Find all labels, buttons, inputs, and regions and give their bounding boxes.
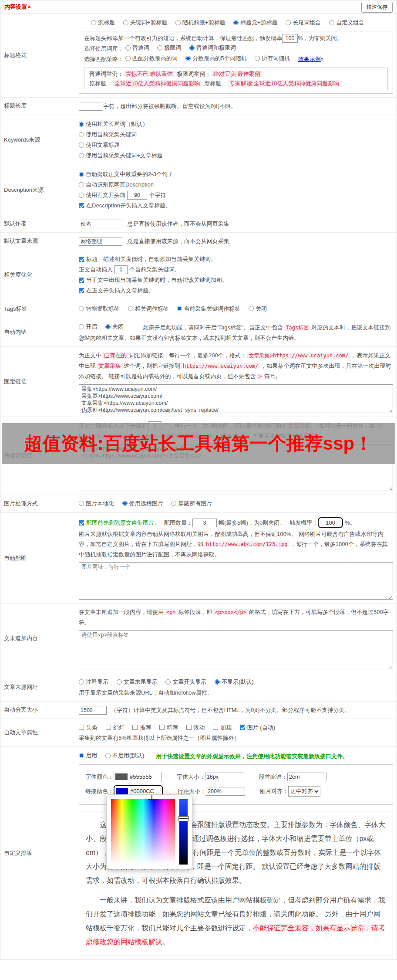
strategy-select-line: 选择匹配策略： 匹配分数最高的词 分数最高的5个词随机 所有词随机 效果示例» — [84, 54, 388, 64]
example-link[interactable]: 效果示例» — [298, 56, 324, 62]
checkbox-special-recommend[interactable]: 特荐 — [159, 722, 178, 732]
radio-comment-display[interactable]: 注释显示 — [79, 677, 108, 687]
checkbox-headline[interactable]: 头条 — [79, 722, 98, 732]
radio-localize-images[interactable]: 图片本地化 — [79, 498, 114, 509]
radio-remote-images[interactable]: 使用远程图片 — [122, 498, 163, 509]
radio-article-start-display[interactable]: 文章开头显示 — [165, 677, 206, 687]
radio-normal-and-extreme-words[interactable]: 普通词和极限词 — [189, 43, 236, 53]
image-probability-input[interactable] — [318, 517, 343, 528]
option-label: 注释显示 — [86, 677, 108, 687]
option-label: 文章末尾显示 — [124, 677, 158, 687]
radio-icon — [79, 306, 84, 311]
quick-save-button[interactable]: 快速保存 — [361, 2, 393, 13]
radio-icon — [79, 153, 84, 158]
row-append-content: 文末追加内容 在文章末尾追加一段内容，请使用<p>标签段落，即<p>xxx</p… — [0, 604, 397, 673]
option-label: 图片本地化 — [86, 498, 114, 509]
link-color-input[interactable] — [130, 788, 161, 794]
radio-article-end-display[interactable]: 文章末尾显示 — [117, 677, 158, 687]
checkbox-image-auto[interactable]: 图片 (自动) — [240, 722, 275, 732]
radio-keyword-source-title[interactable]: 关键词+源标题 — [123, 17, 168, 27]
text: 词汇添加链接，每行一个，最多200个，格式： — [129, 352, 246, 359]
radio-icon — [125, 56, 131, 61]
font-size-input[interactable] — [205, 773, 244, 781]
font-color-swatch[interactable] — [115, 773, 128, 780]
radio-layout-enable[interactable]: 启用 — [79, 750, 97, 760]
checkbox-recommend[interactable]: 推荐 — [132, 722, 151, 732]
radio-normal-words[interactable]: 普通词 — [125, 43, 149, 53]
radio-icon — [165, 679, 171, 685]
radio-related-words-tags[interactable]: 相关词作标签 — [128, 304, 169, 314]
pagination-size-input[interactable] — [79, 706, 107, 715]
radio-custom-combo[interactable]: 自定义组合 — [329, 17, 364, 27]
color-picker-crosshair[interactable] — [148, 795, 155, 803]
checkbox-bold[interactable]: 加粗 — [213, 722, 232, 732]
title-length-input[interactable] — [79, 102, 103, 111]
radio-use-body-start[interactable]: 使用正文开头前个字符 — [79, 190, 393, 200]
dict-select-line: 选择使用词库： 普通词 极限词 普通词和极限词 — [84, 43, 388, 54]
radio-article-title[interactable]: 使用文章标题 — [79, 140, 393, 150]
image-align-select[interactable]: 居中对齐 — [288, 786, 320, 797]
radio-top5-random[interactable]: 分数最高的5个词随机 — [185, 54, 246, 63]
checkbox-auto-add-keywords[interactable]: 标题、描述相关度低时，自动添加当前采集关键词。 — [79, 254, 393, 264]
color-picker-hue-slider[interactable] — [179, 799, 188, 865]
indent-input[interactable] — [287, 773, 326, 781]
fixed-links-textarea[interactable]: 采集>https://www.ucaiyun.com/ 采集器>https://… — [79, 384, 393, 413]
radio-smart-extract-tags[interactable]: 智能提取标签 — [79, 304, 120, 314]
radio-icon — [79, 324, 84, 329]
radio-extreme-words[interactable]: 极限词 — [157, 43, 181, 53]
checkbox-bold-keywords[interactable]: 当正文中出现当前采集关键词时，自动把该关键词加粗。 — [79, 275, 393, 285]
radio-related-longtail[interactable]: 使用相关长尾词（默认） — [79, 119, 393, 129]
insert-keywords-count-input[interactable] — [114, 265, 128, 274]
row-auto-attributes: 自动文章属性 头条 幻灯 推荐 特荐 滚动 加粗 图片 (自动) 采集到的文章有… — [0, 719, 397, 747]
option-label: 关闭 — [256, 304, 267, 314]
default-source-input[interactable] — [79, 237, 122, 246]
checkbox-slideshow[interactable]: 幻灯 — [106, 722, 124, 732]
default-author-input[interactable] — [79, 220, 122, 228]
radio-keywords-plus-title[interactable]: 使用当前采集关键词+文章标题 — [79, 151, 393, 160]
word-highlight: 文章采集 — [97, 363, 123, 369]
image-urls-textarea[interactable] — [79, 562, 393, 600]
image-count-input[interactable] — [192, 519, 217, 527]
append-content-textarea[interactable] — [79, 630, 393, 669]
row-label-auto-image: 自动配图 — [4, 554, 79, 562]
link-color-swatch[interactable] — [116, 788, 128, 794]
font-color-input-wrap[interactable] — [114, 772, 162, 782]
option-label: 使用当前采集关键词 — [86, 130, 137, 139]
row-label-default-source: 默认文章来源 — [4, 237, 79, 245]
promo-banner-text: 超值资料:百度站长工具箱第一个推荐ssp！ — [24, 431, 373, 456]
checkbox-insert-title-at-start[interactable]: 在正文开头插入文章标题。 — [79, 286, 393, 295]
color-picker-saturation-panel[interactable] — [111, 799, 175, 865]
option-label: 普通词和极限词 — [196, 43, 236, 53]
page-title[interactable]: 内容设置 » — [4, 3, 31, 11]
option-label: 自动提取正文中最重要的2-3个句子 — [86, 170, 173, 179]
radio-inner-link-off[interactable]: 关闭 — [105, 322, 124, 332]
radio-current-keywords-tags[interactable]: 当前采集关键词作标签 — [177, 304, 240, 314]
radio-tags-off[interactable]: 关闭 — [249, 304, 267, 314]
radio-layout-disable[interactable]: 不启用(默认) — [105, 750, 145, 760]
row-label-auto-attributes: 自动文章属性 — [4, 729, 79, 736]
radio-random-prefix-source-title[interactable]: 随机前缀+源标题 — [175, 17, 225, 27]
clickbait-probability-input[interactable] — [282, 34, 298, 43]
checkbox-scroll[interactable]: 滚动 — [186, 722, 205, 732]
radio-highest-score-word[interactable]: 匹配分数最高的词 — [125, 54, 178, 63]
body-start-chars-input[interactable] — [127, 191, 147, 200]
radio-all-words-random[interactable]: 所有词随机 — [255, 54, 290, 63]
color-picker-hue-handle[interactable] — [178, 816, 189, 821]
radio-auto-detect-description[interactable]: 自动识别原网页Description — [79, 180, 393, 190]
option-label: 使用文章标题 — [86, 140, 120, 150]
radio-clickbait-source-title[interactable]: 标题党+源标题 — [233, 17, 278, 27]
checkbox-insert-title-in-description[interactable]: 在Description开头插入文章标题。 — [79, 201, 393, 210]
row-label-tags: Tags标签 — [4, 305, 79, 313]
radio-longtail-combo[interactable]: 长尾词组合 — [286, 17, 321, 27]
image-url-example-highlight: http://www.abc.com/123.jpg — [204, 541, 289, 547]
radio-auto-extract-sentences[interactable]: 自动提取正文中最重要的2-3个句子 — [79, 170, 393, 179]
option-label: 分数最高的5个词随机 — [192, 54, 246, 63]
radio-block-all-images[interactable]: 屏蔽所有图片 — [171, 498, 212, 509]
radio-source-title[interactable]: 源标题 — [91, 17, 115, 27]
radio-current-keywords[interactable]: 使用当前采集关键词 — [79, 130, 393, 139]
font-color-input[interactable] — [130, 773, 160, 780]
radio-no-display[interactable]: 不显示(默认) — [215, 677, 254, 687]
row-keywords-source: Keywords来源 使用相关长尾词（默认） 使用当前采集关键词 使用文章标题 … — [0, 115, 397, 165]
radio-inner-link-on[interactable]: 开启 — [79, 322, 97, 332]
line-height-input[interactable] — [206, 787, 245, 796]
